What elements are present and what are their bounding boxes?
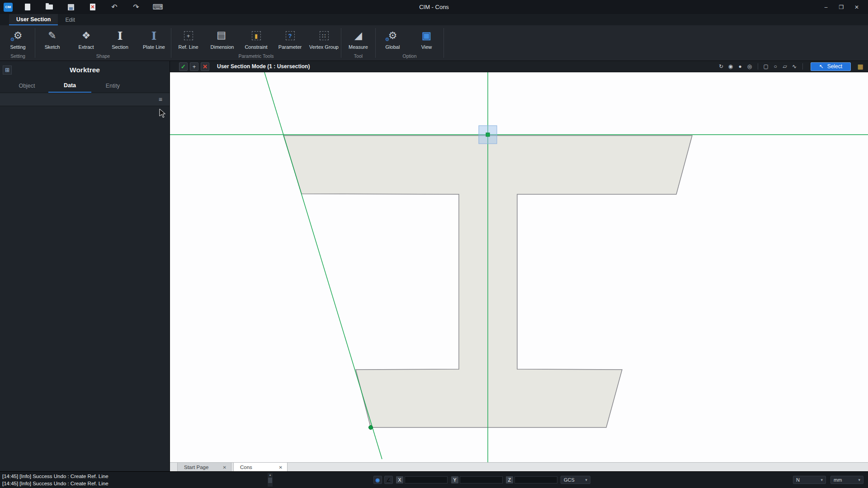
box-select-icon[interactable]: ▢ [762, 63, 770, 70]
angle-icon: ∠ [387, 477, 391, 483]
unit-dropdown[interactable]: mm ▾ [830, 476, 863, 484]
ribbon-group-tool: ◢ Measure Tool [341, 25, 375, 61]
group-label-tool: Tool [341, 53, 375, 61]
cursor-arrow-icon: ↖ [819, 63, 824, 70]
setting-button[interactable]: ⚙⚙ Setting [1, 25, 35, 53]
select-mode-label: Select [827, 63, 842, 70]
close-document-icon [90, 4, 95, 10]
z-coordinate-label: Z [506, 476, 513, 483]
tab-user-section[interactable]: User Section [9, 14, 58, 25]
confirm-button[interactable]: ✓ [179, 62, 188, 71]
dimension-button[interactable]: ▥ Dimension [205, 25, 239, 53]
shaded-view-icon[interactable]: ◉ [727, 63, 735, 70]
filter-menu-icon[interactable]: ≡ [159, 96, 162, 103]
mode-label: User Section Mode (1 : Usersection) [217, 63, 310, 70]
close-button[interactable]: ✕ [849, 1, 864, 13]
plate-line-button[interactable]: I Plate Line [137, 25, 171, 53]
tab-edit[interactable]: Edit [58, 14, 82, 25]
parameter-button[interactable]: ? Parameter [273, 25, 307, 53]
n-dropdown[interactable]: N ▾ [793, 476, 826, 484]
doc-tab-cons[interactable]: Cons ✕ [233, 463, 288, 472]
pencil-icon: ✎ [48, 28, 56, 44]
scroll-up-icon[interactable]: ▴ [269, 473, 271, 477]
section-drawing [170, 72, 868, 462]
redo-button[interactable]: ↷ [128, 2, 144, 13]
constraint-button[interactable]: ▮ Constraint [239, 25, 273, 53]
y-coordinate-input[interactable] [460, 476, 503, 483]
coordinate-system-dropdown[interactable]: GCS ▾ [561, 476, 590, 484]
add-button[interactable]: + [190, 62, 198, 71]
gear-icon: ⚙⚙ [14, 28, 23, 44]
doc-tab-label: Start Page [184, 465, 208, 470]
vertex-group-button[interactable]: ∷ Vertex Group [307, 25, 341, 53]
message-log: [14:45] [Info] Success Undo : Create Ref… [2, 473, 108, 487]
save-button[interactable] [63, 2, 79, 13]
x-coordinate-label: X [396, 476, 403, 483]
view-tools: ↻ ◉ ● ◎ ▢ ○ ▱ ∿ ↖ Select ▦ [717, 62, 864, 71]
layer-grid-icon[interactable]: ▦ [856, 63, 864, 70]
x-coordinate-input[interactable] [405, 476, 448, 483]
canvas-toolbar: ✓ + ✕ User Section Mode (1 : Usersection… [170, 61, 868, 72]
diagonal-ref-line[interactable] [264, 72, 382, 459]
undo-button[interactable]: ↶ [107, 2, 122, 13]
keyboard-shortcuts-button[interactable]: ⌨ [150, 2, 165, 13]
titlebar: CIM ↶ ↷ ⌨ CIM - Cons – ❐ ✕ [0, 0, 868, 14]
save-icon [68, 4, 74, 10]
select-mode-button[interactable]: ↖ Select [811, 62, 851, 71]
coordinate-system-value: GCS [564, 477, 575, 483]
view-button[interactable]: ▣ View [410, 25, 443, 53]
open-folder-icon [46, 5, 53, 9]
worktree-tabs: Object Data Entity [0, 79, 170, 93]
wireframe-view-icon[interactable]: ◎ [746, 63, 754, 70]
close-tab-icon[interactable]: ✕ [279, 465, 283, 470]
drawing-canvas[interactable] [170, 72, 868, 462]
snap-icon: ◉ [376, 477, 380, 483]
z-coordinate-input[interactable] [514, 476, 557, 483]
ribbon-separator [443, 28, 444, 58]
doc-tab-start-page[interactable]: Start Page ✕ [177, 463, 231, 472]
group-label-shape: Shape [35, 53, 171, 61]
unit-dropdown-value: mm [834, 477, 842, 483]
x-icon: ✕ [203, 63, 208, 70]
close-document-button[interactable] [85, 2, 100, 13]
cancel-button[interactable]: ✕ [201, 62, 209, 71]
selected-vertex-handle[interactable] [486, 133, 490, 136]
n-dropdown-value: N [796, 477, 800, 483]
sketch-button[interactable]: ✎ Sketch [35, 25, 69, 53]
tab-data[interactable]: Data [48, 79, 91, 93]
scrollbar-thumb[interactable] [268, 478, 272, 483]
extract-button[interactable]: ❖ Extract [69, 25, 103, 53]
solid-view-icon[interactable]: ● [736, 63, 744, 70]
ribbon: ⚙⚙ Setting Setting ✎ Sketch ❖ Extract I [0, 25, 868, 61]
ref-line-button[interactable]: + Ref. Line [171, 25, 205, 53]
toolbar-separator [758, 63, 758, 70]
minimize-button[interactable]: – [818, 1, 834, 13]
worktree-panel: ⊞ Worktree Object Data Entity ≡ [0, 61, 170, 472]
snap-toggle-button[interactable]: ◉ [373, 476, 382, 484]
log-line: [14:45] [Info] Success Undo : Create Ref… [2, 480, 108, 487]
maximize-button[interactable]: ❐ [834, 1, 849, 13]
close-tab-icon[interactable]: ✕ [223, 465, 226, 470]
chevron-down-icon: ▾ [585, 478, 587, 482]
worktree-toggle-button[interactable]: ⊞ [3, 66, 12, 75]
log-scrollbar[interactable]: ▴ [268, 473, 273, 487]
redo-icon: ↷ [133, 3, 139, 11]
vertex-point[interactable] [369, 426, 373, 430]
toolbar-separator [802, 63, 803, 70]
chevron-down-icon: ▾ [821, 478, 823, 482]
section-button[interactable]: I Section [103, 25, 137, 53]
status-bar: [14:45] [Info] Success Undo : Create Ref… [0, 471, 868, 488]
polygon-select-icon[interactable]: ▱ [781, 63, 789, 70]
rotate-view-icon[interactable]: ↻ [717, 63, 725, 70]
circle-select-icon[interactable]: ○ [772, 63, 779, 70]
tab-entity[interactable]: Entity [91, 79, 134, 93]
open-file-button[interactable] [42, 2, 57, 13]
angle-toggle-button[interactable]: ∠ [384, 476, 393, 484]
tab-object[interactable]: Object [5, 79, 48, 93]
measure-button[interactable]: ◢ Measure [341, 25, 375, 53]
app-logo: CIM [4, 3, 13, 12]
extract-icon: ❖ [82, 28, 91, 44]
new-document-button[interactable] [20, 2, 35, 13]
global-button[interactable]: ⚙⚙ Global [376, 25, 410, 53]
lasso-select-icon[interactable]: ∿ [791, 63, 798, 70]
